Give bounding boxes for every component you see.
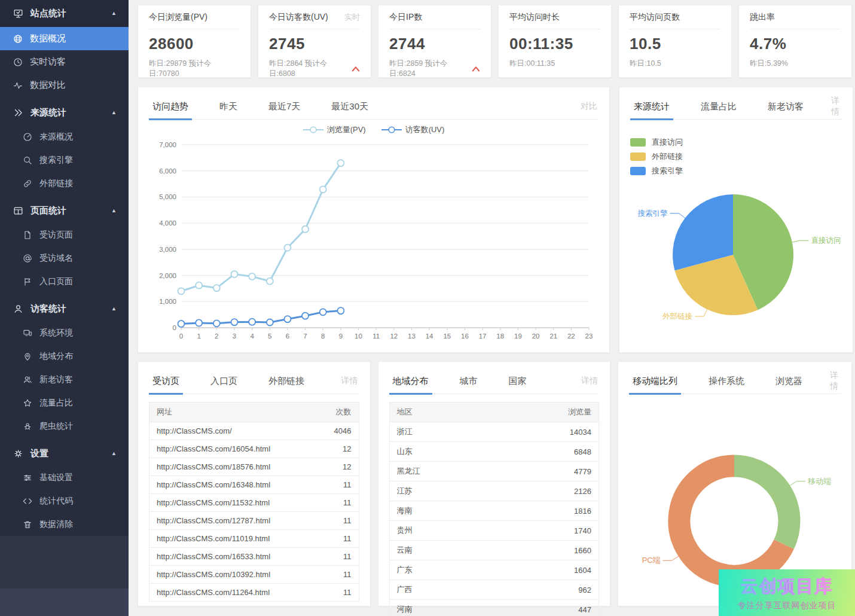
sidebar-filler [0, 536, 129, 588]
tab-item[interactable]: 浏览器 [772, 368, 806, 394]
tab-item[interactable]: 最近7天 [265, 93, 304, 120]
row-value: 962 [494, 580, 598, 600]
svg-text:22: 22 [567, 333, 575, 340]
sidebar-item-location[interactable]: 地域分布 [0, 344, 129, 368]
svg-text:1: 1 [197, 333, 200, 340]
stat-card-footer: 昨日:5.39% [750, 59, 841, 69]
sidebar-item-clock[interactable]: 实时访客 [0, 50, 129, 74]
sidebar-item-flag[interactable]: 入口页面 [0, 270, 129, 293]
table-row: http://ClassCMS.com/11532.html11 [149, 494, 359, 512]
row-label: 黑龙江 [389, 462, 494, 481]
stat-card-title: 今日浏览量(PV) [149, 12, 207, 23]
sidebar-item-search[interactable]: 搜索引擎 [0, 148, 129, 172]
sidebar-item-label: 基础设置 [39, 472, 73, 483]
flag-icon [23, 277, 32, 286]
sidebar-item-label: 流量占比 [39, 398, 73, 408]
sidebar-item-code[interactable]: 统计代码 [0, 489, 129, 513]
sidebar-item-globe[interactable]: 数据概况 [0, 27, 129, 50]
sidebar-item-trash[interactable]: 数据清除 [0, 513, 129, 536]
table-row: http://ClassCMS.com/16054.html12 [149, 440, 359, 458]
sidebar-item-label: 数据对比 [30, 80, 66, 91]
legend-item[interactable]: 外部链接 [630, 150, 842, 164]
tab-item[interactable]: 操作系统 [705, 368, 748, 394]
legend-item[interactable]: 直接访问 [630, 135, 842, 150]
stat-card-header: 今日IP数 [389, 5, 480, 29]
legend-item[interactable]: 访客数(UV) [381, 124, 445, 135]
sidebar-item-file[interactable]: 受访页面 [0, 223, 129, 246]
sidebar-item-gauge[interactable]: 来源概况 [0, 125, 129, 148]
stat-cards: 今日浏览量(PV)28600昨日:29879 预计今日:70780今日访客数(U… [138, 5, 852, 78]
tab-active[interactable]: 来源统计 [630, 93, 673, 120]
col-header: 地区 [389, 402, 494, 422]
sidebar-group-chevrons-right[interactable]: 来源统计▲ [0, 100, 129, 125]
tab-item[interactable]: 最近30天 [328, 93, 372, 120]
legend-swatch-icon [630, 138, 646, 147]
table-row: 山东6848 [389, 442, 599, 462]
tab-item[interactable]: 流量占比 [697, 93, 740, 120]
svg-text:13: 13 [408, 333, 416, 340]
sidebar-item-label: 数据概况 [30, 33, 66, 44]
sidebar-item-label: 设置 [30, 448, 48, 459]
clock-icon [13, 57, 23, 67]
panel-action-link[interactable]: 详情 [341, 376, 358, 386]
sidebar-item-label: 页面统计 [30, 205, 66, 216]
tab-item[interactable]: 外部链接 [265, 368, 308, 394]
table-row: 浙江14034 [389, 422, 599, 442]
svg-text:19: 19 [514, 333, 522, 340]
sidebar-item-pulse[interactable]: 数据对比 [0, 74, 129, 97]
sidebar-item-label: 外部链接 [39, 178, 73, 189]
tab-active[interactable]: 受访页 [149, 368, 183, 394]
tab-item[interactable]: 新老访客 [764, 93, 807, 120]
gauge-icon [23, 132, 32, 142]
panel-action-link[interactable]: 详情 [581, 376, 598, 386]
sidebar-item-bug[interactable]: 爬虫统计 [0, 414, 129, 438]
row-value: 11 [317, 494, 359, 512]
sidebar-group-presentation[interactable]: 站点统计▲ [0, 0, 129, 27]
svg-text:17: 17 [479, 333, 487, 340]
panel-action-link[interactable]: 详情 [831, 96, 841, 117]
svg-text:2,000: 2,000 [159, 272, 176, 279]
row-value: 1660 [494, 541, 598, 560]
legend-item[interactable]: 搜索引擎 [630, 164, 842, 178]
panel-action-link[interactable]: 详情 [830, 370, 839, 392]
devices-icon [23, 328, 32, 338]
row-value: 12 [317, 458, 359, 476]
sidebar-group-gear[interactable]: 设置▲ [0, 441, 129, 466]
row-label: 海南 [389, 501, 494, 521]
row-value: 4779 [494, 462, 598, 481]
sidebar-item-star[interactable]: 流量占比 [0, 391, 129, 414]
tab-active[interactable]: 移动端比列 [629, 368, 681, 394]
table-row: 云南1660 [389, 541, 599, 560]
watermark-title: 云创项目库 [741, 575, 833, 599]
sidebar-item-sliders[interactable]: 基础设置 [0, 466, 129, 489]
svg-text:20: 20 [532, 333, 540, 340]
table-header-row: 地区浏览量 [389, 402, 599, 422]
row-value: 14034 [494, 422, 598, 442]
sidebar-item-at[interactable]: 受访域名 [0, 246, 129, 270]
row-label: 广西 [389, 580, 494, 600]
sidebar-item-devices[interactable]: 系统环境 [0, 321, 129, 344]
stat-card-footer: 昨日:00:11:35 [509, 59, 600, 69]
tab-item[interactable]: 昨天 [216, 93, 241, 120]
tab-item[interactable]: 城市 [456, 368, 481, 394]
legend-item[interactable]: 浏览量(PV) [303, 124, 366, 135]
svg-text:6: 6 [286, 333, 289, 340]
tab-active[interactable]: 地域分布 [389, 368, 432, 394]
svg-text:7,000: 7,000 [159, 141, 176, 148]
row-value: 11 [317, 530, 359, 548]
sidebar-item-users[interactable]: 新老访客 [0, 368, 129, 391]
tab-item[interactable]: 入口页 [207, 368, 241, 394]
row-label: http://ClassCMS.com/12787.html [149, 512, 317, 530]
code-icon [23, 496, 32, 506]
sidebar-item-label: 数据清除 [39, 519, 73, 530]
trend-line-chart: 01,0002,0003,0004,0005,0006,0007,0000123… [149, 135, 600, 346]
svg-text:3: 3 [233, 333, 236, 340]
legend-marker-icon [303, 126, 323, 133]
tab-active[interactable]: 访问趋势 [149, 93, 192, 120]
tab-item[interactable]: 国家 [505, 368, 530, 394]
table-row: http://ClassCMS.com/12787.html11 [149, 512, 359, 530]
sidebar-group-window[interactable]: 页面统计▲ [0, 198, 129, 223]
sidebar-group-user[interactable]: 访客统计▲ [0, 296, 129, 321]
sidebar-item-link[interactable]: 外部链接 [0, 172, 129, 195]
panel-action-link[interactable]: 对比 [581, 101, 597, 112]
